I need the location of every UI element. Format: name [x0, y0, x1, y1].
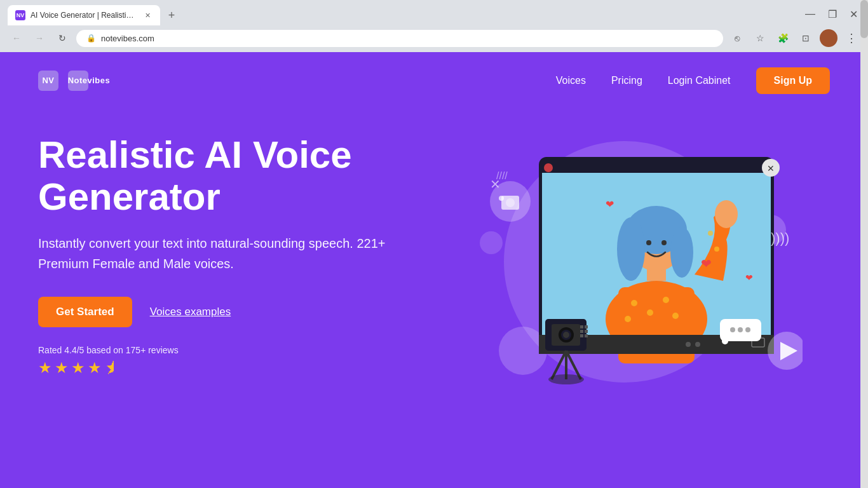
website-content: NV Notevibes Voices Pricing Login Cabine…	[0, 52, 868, 488]
nav-voices[interactable]: Voices	[556, 75, 586, 86]
hero-section: Realistic AI Voice Generator Instantly c…	[0, 109, 868, 389]
svg-point-48	[730, 327, 735, 332]
bookmark-icon[interactable]: ☆	[751, 29, 769, 47]
url-bar[interactable]: 🔒 notevibes.com	[76, 30, 723, 47]
voices-examples-link[interactable]: Voices examples	[150, 306, 231, 318]
svg-point-23	[714, 247, 719, 252]
svg-text:////: ////	[496, 170, 508, 181]
svg-point-17	[617, 217, 645, 281]
site-logo[interactable]: NV Notevibes	[38, 71, 93, 91]
scrollbar[interactable]	[860, 0, 868, 488]
tab-close-button[interactable]: ✕	[142, 10, 153, 20]
menu-icon[interactable]: ⋮	[843, 29, 860, 47]
browser-tab[interactable]: NV AI Voice Generator | Realistic Tex...…	[8, 5, 160, 25]
svg-point-9	[631, 300, 637, 306]
scrollbar-thumb[interactable]	[860, 0, 868, 38]
svg-point-32	[563, 332, 569, 338]
sidebar-icon[interactable]: ⊡	[797, 29, 815, 47]
url-text: notevibes.com	[101, 34, 154, 43]
hero-subtitle: Instantly convert your text into natural…	[38, 233, 419, 274]
hero-text: Realistic AI Voice Generator Instantly c…	[38, 134, 419, 377]
close-button[interactable]: ✕	[847, 6, 860, 23]
svg-rect-36	[585, 330, 588, 333]
tab-favicon: NV	[15, 10, 25, 20]
svg-point-13	[625, 316, 631, 322]
nav-login[interactable]: Login Cabinet	[668, 75, 731, 86]
svg-text:)))): ))))	[771, 230, 789, 246]
extensions-icon[interactable]: 🧩	[774, 29, 792, 47]
svg-point-22	[708, 231, 713, 236]
window-controls: — ❐ ✕	[803, 6, 860, 25]
svg-point-42	[548, 374, 584, 384]
svg-rect-35	[580, 330, 583, 333]
logo-icon: NV	[38, 71, 58, 91]
star-3: ★	[71, 359, 85, 377]
svg-rect-37	[580, 334, 583, 337]
star-rating: ★ ★ ★ ★ ⯨	[38, 359, 419, 377]
svg-point-4	[480, 231, 503, 254]
svg-text:❤: ❤	[701, 257, 712, 271]
svg-point-11	[663, 297, 669, 303]
star-4: ★	[88, 359, 102, 377]
svg-point-58	[499, 196, 504, 201]
svg-point-25	[686, 342, 691, 347]
share-icon[interactable]: ⎋	[728, 29, 746, 47]
hero-svg: ❤ ❤ ❤ ✕ ))))	[447, 116, 803, 395]
reload-button[interactable]: ↻	[53, 29, 71, 47]
svg-point-18	[670, 227, 693, 278]
svg-point-19	[646, 240, 651, 245]
rating-section: Rated 4.4/5 based on 175+ reviews ★ ★ ★ …	[38, 345, 419, 377]
profile-icon[interactable]	[820, 29, 837, 47]
title-bar: NV AI Voice Generator | Realistic Tex...…	[0, 0, 868, 25]
svg-point-47	[722, 338, 728, 344]
tab-title: AI Voice Generator | Realistic Tex...	[31, 11, 137, 20]
star-5-half: ⯨	[104, 359, 119, 377]
svg-text:❤: ❤	[606, 199, 614, 210]
signup-button[interactable]: Sign Up	[756, 67, 830, 94]
hero-illustration: ❤ ❤ ❤ ✕ ))))	[419, 122, 830, 389]
svg-rect-38	[585, 334, 588, 337]
svg-point-12	[672, 313, 679, 319]
toolbar-actions: ⎋ ☆ 🧩 ⊡ ⋮	[728, 29, 860, 47]
svg-rect-33	[580, 325, 583, 329]
nav-links: Voices Pricing Login Cabinet Sign Up	[556, 67, 830, 94]
minimize-button[interactable]: —	[803, 6, 818, 22]
star-2: ★	[55, 359, 69, 377]
svg-point-26	[695, 342, 700, 347]
get-started-button[interactable]: Get Started	[38, 297, 132, 327]
svg-text:✕: ✕	[767, 163, 775, 173]
svg-point-20	[661, 240, 667, 245]
address-bar: ← → ↻ 🔒 notevibes.com ⎋ ☆ 🧩 ⊡ ⋮	[0, 25, 868, 52]
rating-text: Rated 4.4/5 based on 175+ reviews	[38, 345, 419, 355]
svg-point-21	[715, 200, 738, 228]
site-navbar: NV Notevibes Voices Pricing Login Cabine…	[0, 52, 868, 109]
svg-point-49	[738, 327, 743, 332]
forward-button[interactable]: →	[31, 29, 48, 47]
svg-text:❤: ❤	[745, 273, 753, 283]
hero-buttons: Get Started Voices examples	[38, 297, 419, 327]
svg-point-50	[745, 327, 750, 332]
svg-point-53	[544, 163, 553, 172]
svg-point-10	[647, 309, 653, 316]
new-tab-button[interactable]: +	[163, 6, 180, 24]
hero-title: Realistic AI Voice Generator	[38, 134, 419, 218]
svg-rect-34	[585, 325, 588, 329]
nav-pricing[interactable]: Pricing	[611, 75, 642, 86]
back-button[interactable]: ←	[8, 29, 25, 47]
svg-point-57	[506, 198, 515, 207]
star-1: ★	[38, 359, 52, 377]
lock-icon: 🔒	[86, 34, 96, 43]
maximize-button[interactable]: ❐	[825, 6, 839, 23]
browser-chrome: NV AI Voice Generator | Realistic Tex...…	[0, 0, 868, 52]
